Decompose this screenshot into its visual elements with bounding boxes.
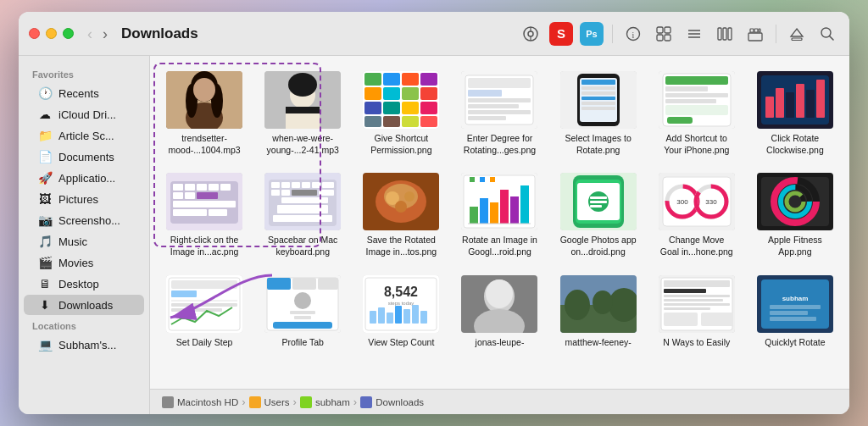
breadcrumb-downloads-label: Downloads [376,397,424,407]
file-name-3: Give Shortcut Permission.png [363,133,439,156]
file-item-1[interactable]: trendsetter-mood-...1004.mp3 [159,66,250,161]
svg-rect-73 [665,86,708,91]
toolbar-separator2 [776,25,776,43]
sidebar-item-desktop[interactable]: 🖥 Desktop [24,274,144,294]
desktop-label: Desktop [58,278,99,290]
minimize-button[interactable] [46,28,57,39]
music-icon: 🎵 [37,235,53,248]
file-item-3[interactable]: Give Shortcut Permission.png [355,66,447,161]
search-icon[interactable] [815,22,839,46]
file-thumb-12 [560,173,637,230]
close-button[interactable] [29,28,40,39]
file-item-20[interactable]: N Ways to Easily [651,270,743,354]
file-item-12[interactable]: Google Photos app on...droid.png [553,168,644,263]
breadcrumb-downloads[interactable]: Downloads [360,396,424,408]
forward-button[interactable]: › [99,25,111,43]
svg-rect-55 [468,78,531,88]
svg-rect-67 [581,97,615,100]
file-name-2: when-we-were-young-...2-41.mp3 [264,133,341,156]
list-view-button[interactable] [682,22,706,46]
breadcrumb-hd[interactable]: Macintosh HD [162,396,238,408]
file-item-8[interactable]: Right-click on the Image in...ac.png [159,168,250,263]
sidebar-item-subhams[interactable]: 💻 Subham's... [24,335,144,355]
svg-rect-80 [765,97,774,118]
svg-rect-47 [402,102,419,114]
file-item-16[interactable]: Profile Tab [257,270,348,354]
svg-rect-131 [490,177,495,182]
file-item-11[interactable]: Rotate an Image in Googl...roid.png [453,168,545,263]
file-name-7: Click Rotate Clockwise.png [757,133,833,156]
file-item-13[interactable]: 300 330 Change Move Goal in...hone.png [651,168,743,263]
svg-rect-170 [294,316,311,319]
eject-icon[interactable] [785,22,809,46]
sidebar-item-documents[interactable]: 📄 Documents [24,147,144,167]
svg-rect-182 [420,311,427,324]
svg-rect-50 [383,116,400,127]
svg-rect-83 [796,84,804,118]
info-icon[interactable]: i [621,22,645,46]
svg-rect-206 [770,311,808,315]
file-item-21[interactable]: subham Quicklyt Rotate [749,270,841,354]
app-s-icon[interactable]: S [549,22,573,46]
svg-rect-176 [370,311,376,324]
user-folder-icon [300,396,312,408]
svg-rect-91 [209,184,219,191]
svg-rect-139 [590,205,602,207]
file-name-8: Right-click on the Image in...ac.png [166,235,242,257]
svg-rect-82 [786,92,794,118]
file-item-10[interactable]: Save the Rotated Image in...tos.png [355,168,447,263]
sidebar-item-articles[interactable]: 📁 Article Sc... [24,125,144,146]
file-item-6[interactable]: Add Shortcut to Your iPhone.png [651,66,743,161]
sidebar-item-icloud[interactable]: ☁ iCloud Dri... [24,104,144,124]
sidebar-item-screenshots[interactable]: 📷 Screensho... [24,210,144,230]
sidebar-item-applications[interactable]: 🚀 Applicatio... [24,168,144,188]
svg-rect-105 [312,182,320,188]
toolbar-separator [612,25,613,43]
file-item-7[interactable]: Click Rotate Clockwise.png [749,66,841,161]
svg-rect-88 [173,184,183,191]
file-name-18: jonas-leupe- [476,337,525,349]
file-thumb-18 [461,275,537,333]
svg-rect-196 [664,295,730,297]
svg-rect-198 [664,303,730,306]
toolbar-icons: S Ps i [519,22,839,46]
svg-rect-194 [664,280,730,287]
icon-view-button[interactable] [652,22,676,46]
svg-rect-181 [412,305,419,324]
svg-rect-13 [718,28,721,40]
file-item-5[interactable]: Select Images to Rotate.png [553,66,644,161]
file-item-18[interactable]: jonas-leupe- [453,270,545,354]
svg-rect-126 [510,196,519,224]
back-button[interactable]: ‹ [84,25,96,43]
maximize-button[interactable] [63,28,74,39]
svg-rect-130 [480,177,485,182]
gallery-view-button[interactable] [743,22,767,46]
sidebar-item-recents[interactable]: 🕐 Recents [24,83,144,103]
svg-line-23 [830,36,834,40]
breadcrumb-users[interactable]: Users [249,396,290,408]
file-item-4[interactable]: Enter Degree for Rotating...ges.png [453,66,545,161]
svg-rect-106 [322,182,334,188]
breadcrumb-subham[interactable]: subham [300,396,350,408]
sidebar-item-movies[interactable]: 🎬 Movies [24,252,144,273]
file-item-17[interactable]: 8,542 steps today View Step Coun [355,270,447,354]
svg-rect-85 [816,80,825,118]
file-thumb-9 [264,173,341,230]
subhams-icon: 💻 [37,338,53,351]
file-item-19[interactable]: matthew-feeney- [553,270,644,354]
sidebar-item-music[interactable]: 🎵 Music [24,231,144,252]
sidebar-item-pictures[interactable]: 🖼 Pictures [24,189,144,209]
app-ps-icon[interactable]: Ps [580,22,604,46]
svg-rect-65 [581,86,615,90]
file-thumb-20 [659,275,735,333]
file-name-4: Enter Degree for Rotating...ges.png [461,133,537,156]
airdrop-icon[interactable] [519,22,542,46]
svg-rect-110 [319,190,334,196]
file-name-5: Select Images to Rotate.png [560,133,637,156]
file-item-2[interactable]: when-we-were-young-...2-41.mp3 [257,66,348,161]
column-view-button[interactable] [713,22,737,46]
file-item-14[interactable]: Apple Fitness App.png [749,168,841,263]
file-item-15[interactable]: Set Daily Step [159,270,250,354]
sidebar-item-downloads[interactable]: ⬇ Downloads [24,295,144,315]
file-item-9[interactable]: Spacebar on Mac keyboard.png [257,168,348,263]
